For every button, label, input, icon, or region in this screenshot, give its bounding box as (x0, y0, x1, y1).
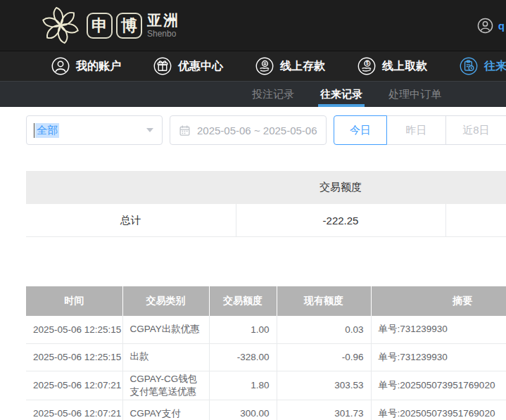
clipboard-clock-icon (460, 57, 478, 75)
last-8-days-button[interactable]: 近8日 (445, 115, 506, 145)
sub-nav: 投注记录 往来记录 处理中订单 (0, 81, 506, 107)
yesterday-button[interactable]: 昨日 (387, 115, 445, 145)
nav-item-online-withdraw[interactable]: $ 线上取款 (341, 57, 443, 75)
cell-balance: 301.73 (277, 400, 371, 420)
cell-time: 2025-05-06 12:25:15 (26, 343, 122, 371)
nav-item-label: 优惠中心 (178, 59, 223, 74)
col-header-type: 交易类别 (122, 286, 209, 316)
summary-empty-cell (445, 204, 506, 237)
cell-balance: 303.53 (277, 371, 371, 400)
text-cursor (34, 123, 34, 138)
nav-item-my-account[interactable]: 我的账户 (35, 57, 137, 75)
nav-item-online-deposit[interactable]: 线上存款 (239, 57, 341, 75)
deposit-hand-coin-icon (255, 57, 274, 75)
summary-header-amount: 交易额度 (236, 171, 445, 204)
today-button[interactable]: 今日 (334, 115, 387, 145)
nav-item-transaction-records[interactable]: 往来记录 (443, 57, 506, 75)
logo-subtitle: Shenbo (147, 30, 179, 38)
logo-char-bo: 博 (116, 13, 142, 39)
cell-balance: 0.03 (277, 316, 371, 343)
cell-note: 单号:731239930 (371, 316, 506, 343)
cell-type: CGPAY支付 (122, 400, 209, 420)
summary-header-empty (26, 171, 236, 204)
nav-item-promotions[interactable]: 优惠中心 (137, 57, 239, 75)
filter-bar: 全部 2025-05-06 ~ 2025-05-06 今日 (26, 115, 506, 145)
records-header-row: 时间 交易类别 交易额度 现有额度 摘要 (26, 286, 506, 316)
cell-type: CGPAY出款优惠 (122, 316, 209, 343)
nav-item-label: 往来记录 (484, 59, 506, 74)
col-header-amount: 交易额度 (209, 286, 277, 316)
cell-type: CGPAY-CG钱包支付笔笔送优惠 (122, 371, 209, 400)
top-header: 申 博 亚洲 Shenbo q (0, 0, 506, 51)
tab-betting-records[interactable]: 投注记录 (252, 82, 294, 107)
cell-type: 出款 (122, 343, 209, 371)
summary-header-empty (445, 171, 506, 204)
cell-amount: 1.80 (209, 371, 277, 400)
user-account[interactable]: q (477, 18, 505, 34)
summary-total-amount: -222.25 (236, 204, 445, 237)
cell-amount: -328.00 (209, 343, 277, 371)
summary-header-row: 交易额度 (26, 171, 506, 204)
summary-total-label: 总计 (26, 204, 236, 237)
tab-label: 投注记录 (252, 88, 294, 101)
active-tab-indicator (318, 104, 365, 107)
calendar-icon (179, 125, 191, 136)
table-row: 2025-05-06 12:25:15 CGPAY出款优惠 1.00 0.03 … (26, 316, 506, 343)
nav-item-label: 线上存款 (280, 59, 325, 74)
flower-logo-icon (39, 4, 82, 47)
logo-char-shen: 申 (87, 13, 113, 39)
cell-amount: 1.00 (209, 316, 277, 343)
col-header-time: 时间 (26, 286, 122, 316)
table-row: 2025-05-06 12:07:21 CGPAY支付 300.00 301.7… (26, 400, 506, 420)
nav-item-label: 我的账户 (76, 59, 121, 74)
chevron-down-icon (146, 128, 153, 136)
svg-text:$: $ (366, 61, 369, 66)
main-nav: 我的账户 优惠中心 线上存款 (0, 51, 506, 81)
username: q (498, 20, 505, 32)
summary-total-row: 总计 -222.25 (26, 204, 506, 237)
logo-region-text: 亚洲 (147, 13, 179, 27)
cell-note: 单号:202505073951769020 (371, 371, 506, 400)
tab-transaction-records[interactable]: 往来记录 (320, 82, 362, 107)
cell-amount: 300.00 (209, 400, 277, 420)
quick-range-button-group: 今日 昨日 近8日 (334, 115, 506, 145)
tab-label: 处理中订单 (388, 88, 441, 101)
user-avatar-icon (477, 18, 493, 34)
content-area: 全部 2025-05-06 ~ 2025-05-06 今日 (0, 115, 506, 420)
withdraw-hand-dollar-icon: $ (358, 57, 376, 75)
person-circle-icon (51, 57, 70, 75)
page: 申 博 亚洲 Shenbo q (0, 0, 506, 420)
date-range-input[interactable]: 2025-05-06 ~ 2025-05-06 (170, 115, 327, 145)
transaction-type-select[interactable]: 全部 (26, 115, 163, 145)
table-row: 2025-05-06 12:07:21 CGPAY-CG钱包支付笔笔送优惠 1.… (26, 371, 506, 400)
cell-note: 单号:731239930 (371, 343, 506, 371)
col-header-note: 摘要 (371, 286, 506, 316)
select-value: 全部 (35, 123, 59, 138)
cell-time: 2025-05-06 12:07:21 (26, 371, 122, 400)
cell-balance: -0.96 (277, 343, 371, 371)
date-range-value: 2025-05-06 ~ 2025-05-06 (197, 125, 317, 136)
records-table: 时间 交易类别 交易额度 现有额度 摘要 2025-05-06 12:25:15… (26, 286, 506, 420)
nav-item-label: 线上取款 (382, 59, 427, 74)
col-header-balance: 现有额度 (277, 286, 371, 316)
tab-label: 往来记录 (320, 88, 362, 101)
logo[interactable]: 申 博 亚洲 Shenbo (39, 4, 179, 47)
summary-table: 交易额度 总计 -222.25 (26, 171, 506, 237)
cell-time: 2025-05-06 12:25:15 (26, 316, 122, 343)
cell-note: 单号:202505073951769020 (371, 400, 506, 420)
gift-icon (153, 57, 172, 75)
table-row: 2025-05-06 12:25:15 出款 -328.00 -0.96 单号:… (26, 343, 506, 371)
logo-text: 亚洲 Shenbo (147, 13, 179, 38)
tab-pending-orders[interactable]: 处理中订单 (388, 82, 441, 107)
cell-time: 2025-05-06 12:07:21 (26, 400, 122, 420)
